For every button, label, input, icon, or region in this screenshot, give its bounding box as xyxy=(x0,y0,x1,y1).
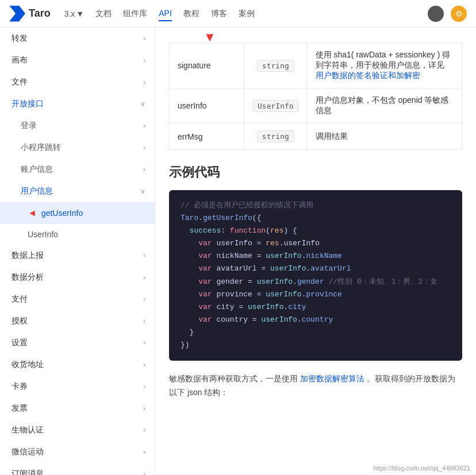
sidebar-item-转发[interactable]: 转发 › xyxy=(0,28,155,49)
desc-cell: 用户信息对象，不包含 openid 等敏感信息 xyxy=(307,88,462,123)
param-cell: signature xyxy=(170,43,244,88)
code-line: var nickName = userInfo.nickName xyxy=(181,250,451,262)
sidebar-label: 授权 xyxy=(11,316,28,326)
sidebar-item-收货地址[interactable]: 收货地址 › xyxy=(0,354,155,376)
code-line: success: function(res) { xyxy=(181,225,451,237)
main-layout: 转发 › 画布 › 文件 › 开放接口 ∨ 登录 › 小程序跳转 › 账户信息 … xyxy=(0,28,476,475)
bottom-link[interactable]: 加密数据解密算法 xyxy=(300,374,364,383)
avatar[interactable] xyxy=(428,6,444,22)
chevron-right-icon: › xyxy=(143,56,145,64)
sidebar-label: 卡券 xyxy=(11,381,28,392)
sidebar-item-UserInfo[interactable]: UserInfo xyxy=(0,224,155,245)
sidebar-label: 收货地址 xyxy=(11,360,44,370)
version-chevron: ▼ xyxy=(76,9,84,18)
bottom-description: 敏感数据有两种获取方式，一是使用 加密数据解密算法 。获取得到的开放数据为以下 … xyxy=(169,372,462,400)
chevron-right-icon: › xyxy=(143,295,145,303)
nav-link-blog[interactable]: 博客 xyxy=(211,6,227,21)
logo-area[interactable]: Taro xyxy=(9,6,51,22)
red-arrow-down-icon: ▼ xyxy=(204,30,216,45)
api-params-table: signature string 使用 sha1( rawData + sess… xyxy=(169,43,462,150)
code-line: var country = userInfo.country xyxy=(181,314,451,326)
sidebar-item-数据分析[interactable]: 数据分析 › xyxy=(0,267,155,288)
type-cell: string xyxy=(244,123,308,150)
sidebar-label: UserInfo xyxy=(28,230,58,239)
bottom-text-1: 敏感数据有两种获取方式，一是使用 xyxy=(169,374,298,383)
param-name: userInfo xyxy=(178,101,207,110)
top-navigation: Taro 3.x ▼ 文档 组件库 API 教程 博客 案例 ⚙ xyxy=(0,0,476,28)
chevron-right-icon: › xyxy=(143,144,145,152)
version-selector[interactable]: 3.x ▼ xyxy=(64,9,85,18)
code-block: // 必须是在用户已经授权的情况下调用 Taro.getUserInfo({ s… xyxy=(169,190,462,361)
sidebar-item-微信运动[interactable]: 微信运动 › xyxy=(0,441,155,463)
sidebar-item-设置[interactable]: 设置 › xyxy=(0,332,155,354)
chevron-right-icon: › xyxy=(143,165,145,173)
chevron-right-icon: › xyxy=(143,426,145,434)
bottom-url: https://blog.csdn.net/qq_44983621 xyxy=(373,465,470,472)
chevron-right-icon: › xyxy=(143,383,145,391)
sidebar-item-开放接口[interactable]: 开放接口 ∨ xyxy=(0,93,155,115)
sidebar: 转发 › 画布 › 文件 › 开放接口 ∨ 登录 › 小程序跳转 › 账户信息 … xyxy=(0,28,155,475)
param-name: errMsg xyxy=(178,132,203,141)
sidebar-item-账户信息[interactable]: 账户信息 › xyxy=(0,159,155,180)
chevron-right-icon: › xyxy=(143,339,145,347)
sidebar-item-登录[interactable]: 登录 › xyxy=(0,115,155,137)
chevron-right-icon: › xyxy=(143,448,145,456)
sidebar-label: 生物认证 xyxy=(11,425,44,435)
sidebar-label: 用户信息 xyxy=(21,186,53,196)
chevron-right-icon: › xyxy=(143,273,145,281)
chevron-right-icon: › xyxy=(143,404,145,412)
desc-text: 调用结果 xyxy=(316,132,348,141)
code-line: var province = userInfo.province xyxy=(181,288,451,301)
chevron-right-icon: › xyxy=(143,34,145,43)
nav-link-tutorial[interactable]: 教程 xyxy=(183,6,199,21)
sidebar-item-支付[interactable]: 支付 › xyxy=(0,288,155,310)
sidebar-item-画布[interactable]: 画布 › xyxy=(0,49,155,71)
table-row: signature string 使用 sha1( rawData + sess… xyxy=(170,43,462,88)
param-name: signature xyxy=(178,61,211,70)
chevron-right-icon: › xyxy=(143,122,145,130)
sidebar-item-生物认证[interactable]: 生物认证 › xyxy=(0,419,155,441)
type-badge: string xyxy=(257,60,294,72)
chevron-right-icon: › xyxy=(143,361,145,369)
type-cell: string xyxy=(244,43,308,88)
nav-link-docs[interactable]: 文档 xyxy=(95,6,112,21)
desc-link[interactable]: 用户数据的签名验证和加解密 xyxy=(316,71,420,80)
sidebar-label: 支付 xyxy=(11,294,28,304)
sidebar-item-getUserInfo[interactable]: ◄ getUserInfo xyxy=(0,202,155,224)
nav-links: 文档 组件库 API 教程 博客 案例 xyxy=(95,6,255,21)
sidebar-item-文件[interactable]: 文件 › xyxy=(0,71,155,93)
red-arrow-icon: ◄ xyxy=(28,208,37,218)
sidebar-label: 画布 xyxy=(11,55,28,65)
param-cell: userInfo xyxy=(170,88,244,123)
nav-icons: ⚙ xyxy=(428,6,467,22)
desc-cell: 使用 sha1( rawData + sessionkey ) 得到字符串，用于… xyxy=(307,43,462,88)
type-badge: string xyxy=(257,130,294,142)
logo-text: Taro xyxy=(29,7,51,20)
sidebar-label: 登录 xyxy=(21,121,37,131)
settings-gear-icon[interactable]: ⚙ xyxy=(451,6,467,22)
table-row: userInfo UserInfo 用户信息对象，不包含 openid 等敏感信… xyxy=(170,88,462,123)
desc-text: 用户信息对象，不包含 openid 等敏感信息 xyxy=(316,95,449,115)
sidebar-item-卡券[interactable]: 卡券 › xyxy=(0,376,155,397)
code-line: // 必须是在用户已经授权的情况下调用 xyxy=(181,199,451,212)
chevron-down-icon: ∨ xyxy=(140,100,145,108)
sidebar-item-订阅消息[interactable]: 订阅消息 › xyxy=(0,463,155,475)
nav-link-components[interactable]: 组件库 xyxy=(123,6,147,21)
sidebar-item-发票[interactable]: 发票 › xyxy=(0,397,155,419)
sidebar-label: 账户信息 xyxy=(21,164,53,175)
sidebar-label: 开放接口 xyxy=(11,99,44,109)
taro-logo-icon xyxy=(9,6,25,22)
chevron-down-icon: ∨ xyxy=(140,187,145,195)
chevron-right-icon: › xyxy=(143,252,145,260)
code-line: } xyxy=(181,326,451,339)
nav-link-api[interactable]: API xyxy=(159,6,172,21)
sidebar-item-用户信息[interactable]: 用户信息 ∨ xyxy=(0,180,155,202)
sidebar-item-小程序跳转[interactable]: 小程序跳转 › xyxy=(0,137,155,159)
sidebar-item-授权[interactable]: 授权 › xyxy=(0,310,155,332)
chevron-right-icon: › xyxy=(143,470,145,475)
sidebar-label: 数据分析 xyxy=(11,272,44,283)
version-label: 3.x xyxy=(64,9,75,18)
nav-link-cases[interactable]: 案例 xyxy=(239,6,255,21)
sidebar-label: 文件 xyxy=(11,77,28,87)
sidebar-item-数据上报[interactable]: 数据上报 › xyxy=(0,245,155,267)
